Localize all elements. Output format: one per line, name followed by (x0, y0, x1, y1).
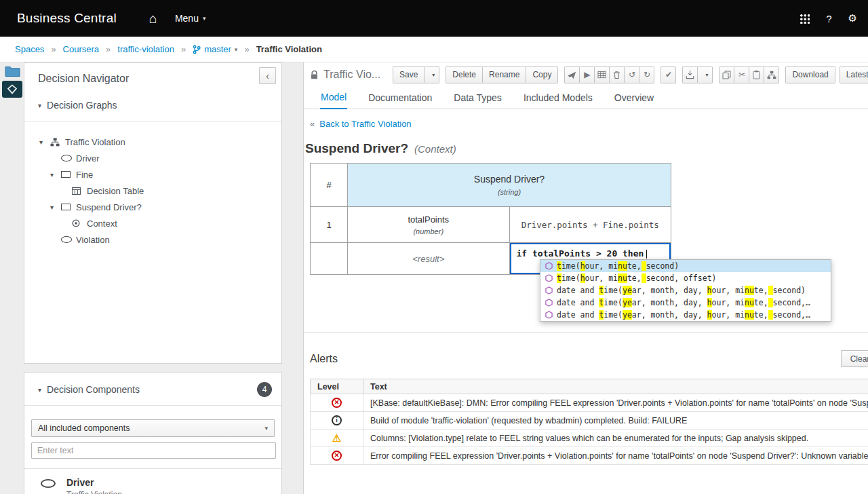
tab-overview[interactable]: Overview (614, 88, 654, 109)
caret-down-icon: ▾ (38, 386, 41, 394)
autocomplete-suggestion[interactable]: date and time(year, month, day, hour, mi… (540, 297, 831, 309)
delete-button[interactable]: Delete (446, 66, 483, 83)
send-button[interactable] (564, 66, 580, 83)
save-group: Save ▾ (393, 66, 439, 83)
topbar-actions: ? ⚙ (800, 12, 857, 24)
layout-button[interactable] (764, 66, 779, 83)
trash-button[interactable] (609, 66, 625, 83)
paste-button[interactable] (749, 66, 764, 83)
project-explorer-folder-icon[interactable] (5, 65, 20, 77)
help-icon[interactable]: ? (826, 13, 831, 24)
grid-view-button[interactable] (594, 66, 610, 83)
components-list: Driver Traffic Violation (24, 468, 281, 494)
component-item-driver[interactable]: Driver Traffic Violation (41, 477, 281, 494)
caret-down-icon[interactable]: ▾ (50, 204, 61, 211)
breadcrumb-separator: » (244, 44, 249, 54)
decision-rect-icon (61, 171, 76, 178)
breadcrumb-spaces[interactable]: Spaces (15, 44, 44, 54)
alerts-table-header: Level Text (311, 379, 868, 394)
alert-text: Error compiling FEEL expression 'Driver.… (363, 447, 868, 465)
copy-icon (722, 71, 731, 79)
grid-title-cell[interactable]: Suspend Driver? (string) (348, 164, 671, 207)
tab-model[interactable]: Model (320, 87, 347, 109)
tree-item-label: Traffic Violation (65, 137, 125, 147)
save-button[interactable]: Save (393, 66, 425, 83)
tab-data-types[interactable]: Data Types (453, 88, 502, 109)
components-filter-select[interactable]: All included components ▾ (31, 419, 275, 437)
text-cursor (646, 250, 647, 259)
breadcrumb-separator: » (51, 44, 56, 54)
autocomplete-suggestion[interactable]: date and time(year, month, day, hour, mi… (540, 284, 831, 297)
undo-button[interactable]: ↺ (624, 66, 639, 83)
tree-item-context[interactable]: Context (24, 215, 281, 231)
breadcrumb-space-name[interactable]: Coursera (63, 44, 99, 54)
autocomplete-suggestion[interactable]: date and time(year, month, day, hour, mi… (540, 309, 831, 321)
alert-row[interactable]: Build of module 'traffic-violation' (req… (311, 412, 868, 430)
export-button[interactable] (682, 66, 698, 83)
caret-down-icon[interactable]: ▾ (50, 171, 61, 178)
rename-button[interactable]: Rename (482, 66, 526, 83)
components-search-input[interactable] (31, 442, 276, 459)
editor-tabs: Model Documentation Data Types Included … (304, 87, 868, 109)
decision-navigator-dock-icon[interactable] (2, 81, 22, 98)
tree-item-suspend-driver[interactable]: ▾ Suspend Driver? (24, 199, 281, 215)
menu-button[interactable]: Menu▾ (175, 13, 206, 24)
tree-item-label: Decision Table (87, 186, 144, 196)
alert-row[interactable]: Columns: [Violation.type] relate to FEEL… (311, 430, 868, 447)
expression-kind: (Context) (414, 143, 456, 155)
entry-name-cell[interactable]: totalPoints (number) (348, 207, 510, 243)
validate-button[interactable]: ✔ (660, 66, 676, 83)
grid-title-type: (string) (348, 188, 671, 196)
tree-item-fine[interactable]: ▾ Fine (24, 166, 281, 183)
copy-button[interactable]: Copy (526, 66, 558, 83)
redo-button[interactable]: ↻ (639, 66, 654, 83)
result-label: <result> (412, 254, 444, 264)
back-to-diagram-link[interactable]: « Back to Traffic Violation (310, 119, 412, 129)
warning-icon (332, 433, 341, 443)
tree-item-label: Driver (76, 153, 100, 164)
alert-row[interactable]: Error compiling FEEL expression 'Driver.… (311, 447, 868, 465)
decision-components-header[interactable]: ▾ Decision Components 4 (24, 373, 281, 405)
breadcrumb: Spaces » Coursera » traffic-violation » … (0, 37, 868, 62)
decision-graphs-section-toggle[interactable]: ▾ Decision Graphs (24, 100, 281, 111)
tab-included-models[interactable]: Included Models (523, 88, 593, 109)
autocomplete-suggestion[interactable]: time(hour, minute, second) (540, 260, 831, 272)
component-name: Driver (66, 477, 122, 488)
breadcrumb-project[interactable]: traffic-violation (117, 44, 174, 54)
save-menu-button[interactable]: ▾ (424, 66, 439, 83)
tree-item-decision-table[interactable]: Decision Table (24, 183, 281, 199)
divider (24, 405, 281, 406)
paper-plane-icon (568, 71, 576, 79)
home-icon[interactable]: ⌂ (149, 12, 157, 25)
alerts-table: Level Text [KBase: defaultKieBase]: DMN:… (310, 379, 868, 465)
autocomplete-suggestion[interactable]: time(hour, minute, second, offset) (540, 272, 831, 284)
caret-down-icon[interactable]: ▾ (39, 138, 50, 146)
entry-expression-cell[interactable]: Driver.points + Fine.points (509, 207, 671, 243)
gear-icon[interactable]: ⚙ (848, 12, 857, 24)
result-cell[interactable]: <result> (348, 243, 510, 275)
tree-item-traffic-violation[interactable]: ▾ Traffic Violation (24, 134, 281, 150)
tree-item-violation[interactable]: Violation (24, 231, 281, 248)
brand-logo[interactable]: Business Central (17, 11, 117, 26)
feel-function-icon (545, 262, 553, 270)
tab-documentation[interactable]: Documentation (368, 88, 433, 109)
grid-header-row: # Suspend Driver? (string) (311, 164, 671, 207)
cut-button[interactable]: ✂ (734, 66, 749, 83)
play-icon: ▶ (584, 71, 590, 79)
input-data-oval-icon (61, 236, 76, 243)
download-button[interactable]: Download (785, 66, 835, 83)
copy-element-button[interactable] (719, 66, 734, 83)
decision-graph-icon (50, 138, 65, 147)
branch-selector[interactable]: master ▾ (193, 44, 237, 54)
export-menu-button[interactable]: ▾ (697, 66, 713, 83)
dmn-editor: Traffic Vio... Save ▾ Delete Rename Copy… (303, 62, 868, 494)
version-selector-button[interactable]: Latest Version▾ (840, 66, 868, 83)
alert-row[interactable]: [KBase: defaultKieBase]: DMN: Error comp… (311, 394, 868, 412)
panel-title: Decision Navigator (38, 73, 129, 85)
feel-autocomplete-popup: time(hour, minute, second) time(hour, mi… (540, 259, 831, 322)
collapse-panel-button[interactable]: ‹ (259, 67, 276, 84)
tree-item-driver[interactable]: Driver (24, 150, 281, 166)
play-button[interactable]: ▶ (579, 66, 595, 83)
app-launcher-icon[interactable] (800, 14, 810, 24)
clear-alerts-button[interactable]: Clear (841, 350, 868, 367)
